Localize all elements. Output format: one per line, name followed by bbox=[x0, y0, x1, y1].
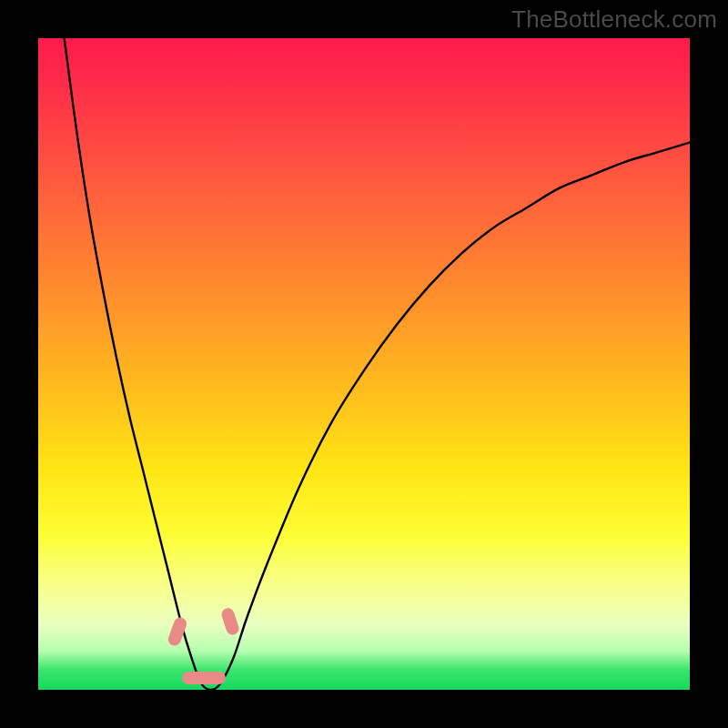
marker-bottom bbox=[182, 672, 226, 684]
watermark-text: TheBottleneck.com bbox=[511, 5, 717, 34]
bottleneck-curve bbox=[38, 38, 690, 690]
plot-area bbox=[38, 38, 690, 690]
chart-frame: TheBottleneck.com bbox=[0, 0, 728, 728]
